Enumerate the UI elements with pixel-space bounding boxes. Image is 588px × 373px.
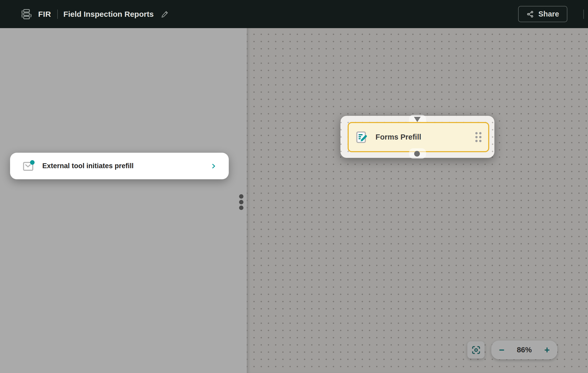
option-label: External tool initiates prefill	[42, 162, 134, 170]
app-window: FIR Field Inspection Reports Share Forms…	[0, 0, 588, 373]
option-external-tool-initiates[interactable]: External tool initiates prefill	[10, 153, 229, 179]
panel-resize-handle[interactable]	[239, 194, 243, 210]
forms-prefill-panel	[0, 28, 247, 373]
zoom-control: − 86% +	[491, 340, 557, 359]
zoom-in-button[interactable]: +	[537, 340, 557, 359]
workflow-icon[interactable]	[20, 8, 32, 20]
app-initials: FIR	[38, 10, 51, 19]
fit-view-button[interactable]	[467, 341, 485, 359]
topbar-right-divider	[583, 10, 584, 19]
share-button[interactable]: Share	[518, 6, 567, 22]
titlebar-divider	[57, 10, 58, 19]
share-icon	[526, 10, 534, 18]
zoom-level: 86%	[517, 346, 532, 354]
workflow-canvas[interactable]	[247, 28, 588, 373]
zoom-out-button[interactable]: −	[491, 340, 512, 359]
node-title: Forms Prefill	[375, 132, 421, 142]
process-title: Field Inspection Reports	[63, 10, 154, 19]
edit-title-icon[interactable]	[160, 10, 169, 19]
drag-handle-icon[interactable]	[475, 132, 481, 142]
envelope-badge-icon	[22, 160, 35, 173]
connector-source-dot[interactable]	[414, 151, 420, 157]
connector-arrow-icon	[414, 117, 421, 122]
chevron-right-icon	[210, 163, 217, 169]
share-label: Share	[538, 10, 559, 18]
top-bar: FIR Field Inspection Reports Share	[0, 0, 588, 28]
form-pencil-icon	[355, 130, 369, 144]
spotlight-frame: Forms Prefill	[340, 116, 494, 158]
node-forms-prefill[interactable]: Forms Prefill	[348, 122, 489, 152]
center-view-icon	[471, 345, 481, 355]
